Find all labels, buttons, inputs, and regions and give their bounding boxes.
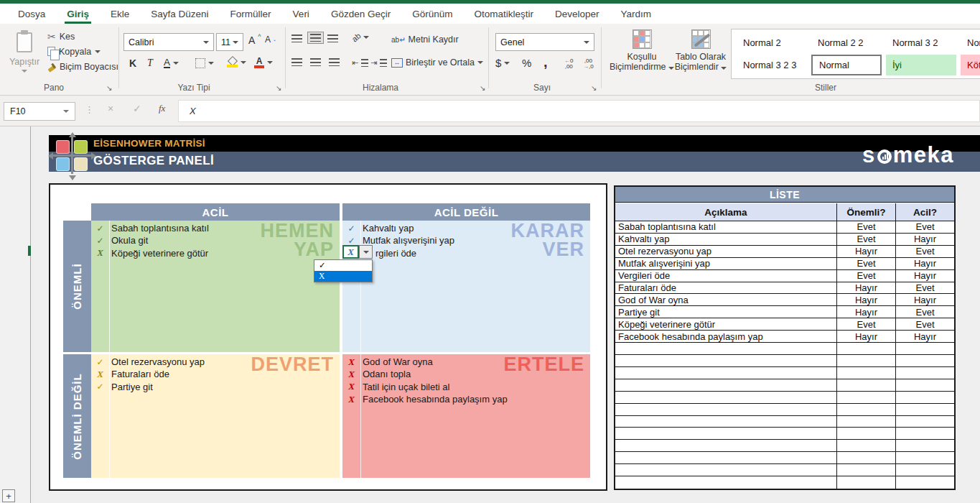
cell-description[interactable] <box>615 355 837 366</box>
format-as-table-button[interactable]: Tablo Olarak Biçimlendir <box>666 29 735 72</box>
table-row[interactable] <box>615 355 954 367</box>
dialog-launcher-icon[interactable]: ↘ <box>480 84 485 92</box>
quadrant-do-now[interactable]: HEMENYAP ✓Sabah toplantısına katıl✓Okula… <box>91 221 340 352</box>
cell-urgent[interactable]: Evet <box>896 318 954 330</box>
font-size-combo[interactable]: 11 <box>216 33 243 51</box>
font-family-combo[interactable]: Calibri <box>123 33 214 51</box>
cell-urgent[interactable] <box>896 476 954 489</box>
cell-description[interactable] <box>615 452 837 463</box>
decrease-indent-button[interactable]: ⇤ <box>352 58 368 68</box>
ribbon-tab-yardım[interactable]: Yardım <box>610 4 663 24</box>
align-bottom-button[interactable] <box>327 34 338 42</box>
dialog-launcher-icon[interactable]: ↘ <box>591 84 597 92</box>
cell-description[interactable] <box>615 343 837 354</box>
font-color-button[interactable]: A <box>254 57 273 68</box>
align-top-button[interactable] <box>291 34 302 42</box>
cell-description[interactable] <box>615 476 837 489</box>
cell-urgent[interactable]: Hayır <box>896 234 954 245</box>
cell-style-normal-2[interactable]: Normal 2 <box>737 32 807 53</box>
cell-description[interactable] <box>615 428 837 439</box>
cell-urgent[interactable]: Hayır <box>896 294 954 305</box>
cell-urgent[interactable] <box>896 367 954 379</box>
cell-important[interactable] <box>837 428 896 439</box>
cell-important[interactable] <box>837 392 896 403</box>
cell-important[interactable] <box>837 476 896 489</box>
dropdown-button[interactable] <box>359 245 373 259</box>
dialog-launcher-icon[interactable]: ↘ <box>106 84 112 92</box>
underline-button[interactable]: A <box>164 57 179 68</box>
expand-outline-button[interactable]: + <box>2 489 15 502</box>
cell-important[interactable] <box>837 355 896 366</box>
table-row[interactable] <box>615 343 954 355</box>
cell-urgent[interactable] <box>896 379 954 391</box>
cell-style-i̇yi[interactable]: İyi <box>886 55 956 75</box>
cell-important[interactable]: Hayır <box>837 294 896 305</box>
table-row[interactable]: Kahvaltı yapEvetHayır <box>615 234 954 246</box>
cell-important[interactable] <box>837 404 896 415</box>
table-row[interactable]: Köpeği veterinere götürEvetEvet <box>615 318 954 331</box>
selected-cell[interactable]: X <box>342 245 359 259</box>
cut-button[interactable]: ✂ Kes <box>47 30 75 42</box>
cell-description[interactable]: Otel rezervasyonu yap <box>615 246 837 257</box>
cell-important[interactable] <box>837 367 896 379</box>
table-row[interactable] <box>615 392 954 404</box>
table-row[interactable]: Mutfak alışverişini yapEvetHayır <box>615 258 954 270</box>
table-row[interactable] <box>615 476 954 489</box>
cell-urgent[interactable] <box>896 392 954 403</box>
table-row[interactable] <box>615 464 954 476</box>
table-row[interactable] <box>615 416 954 428</box>
table-row[interactable]: God of War oynaHayırHayır <box>615 294 954 306</box>
cell-description[interactable]: Faturaları öde <box>615 282 837 294</box>
cell-important[interactable]: Hayır <box>837 246 896 257</box>
cell-urgent[interactable] <box>896 416 954 428</box>
cell-description[interactable] <box>615 440 837 451</box>
cell-urgent[interactable]: Evet <box>896 221 954 233</box>
cell-urgent[interactable] <box>896 343 954 354</box>
cell-important[interactable]: Evet <box>837 234 896 245</box>
increase-indent-button[interactable]: ⇥ <box>370 58 387 68</box>
cell-urgent[interactable] <box>896 452 954 463</box>
ribbon-tab-sayfa-düzeni[interactable]: Sayfa Düzeni <box>140 4 219 24</box>
table-row[interactable]: Facebook hesabında paylaşım yapHayırHayı… <box>615 331 954 343</box>
ribbon-tab-giriş[interactable]: Giriş <box>56 4 100 24</box>
cell-urgent[interactable] <box>896 428 954 439</box>
insert-function-button[interactable]: fx <box>159 103 165 114</box>
name-box[interactable]: F10 <box>4 102 75 121</box>
cell-description[interactable]: Facebook hesabında paylaşım yap <box>615 331 837 342</box>
cell-urgent[interactable]: Evet <box>896 306 954 318</box>
table-row[interactable] <box>615 428 954 440</box>
formula-bar-handle[interactable]: ⋮ <box>85 104 94 115</box>
ribbon-tab-veri[interactable]: Veri <box>282 4 320 24</box>
cell-important[interactable]: Hayır <box>837 331 896 342</box>
cell-important[interactable] <box>837 416 896 428</box>
shrink-font-button[interactable]: Aˇ <box>265 34 276 45</box>
ribbon-tab-dosya[interactable]: Dosya <box>7 4 56 24</box>
cell-style-normal-3-2-3[interactable]: Normal 3 2 3 <box>737 55 807 75</box>
table-row[interactable] <box>615 367 954 379</box>
formula-input[interactable]: X <box>178 100 980 122</box>
percent-format-button[interactable]: % <box>522 57 531 69</box>
cell-description[interactable] <box>615 416 837 428</box>
cell-description[interactable]: God of War oyna <box>615 294 837 305</box>
cell-urgent[interactable]: Evet <box>896 282 954 294</box>
cell-urgent[interactable]: Hayır <box>896 270 954 282</box>
cell-style-normal[interactable]: Normal <box>811 55 882 75</box>
cell-description[interactable] <box>615 392 837 403</box>
table-row[interactable]: Sabah toplantısına katılEvetEvet <box>615 221 954 234</box>
ribbon-tab-gözden-geçir[interactable]: Gözden Geçir <box>320 4 401 24</box>
bold-button[interactable]: K <box>129 57 136 69</box>
cell-description[interactable]: Kahvaltı yap <box>615 234 837 245</box>
align-right-button[interactable] <box>329 58 340 66</box>
cell-description[interactable] <box>615 404 837 415</box>
cancel-entry-button[interactable]: × <box>108 103 113 114</box>
dropdown-option[interactable]: X <box>314 271 372 282</box>
paste-button[interactable]: Yapıştır <box>6 28 43 91</box>
cell-description[interactable]: Mutfak alışverişini yap <box>615 258 837 269</box>
cell-important[interactable]: Evet <box>837 258 896 269</box>
cell-important[interactable] <box>837 464 896 476</box>
ribbon-tab-görünüm[interactable]: Görünüm <box>401 4 463 24</box>
cell-important[interactable]: Evet <box>837 221 896 233</box>
cell-important[interactable] <box>837 452 896 463</box>
table-row[interactable]: Partiye gitHayırEvet <box>615 306 954 318</box>
table-row[interactable] <box>615 379 954 392</box>
